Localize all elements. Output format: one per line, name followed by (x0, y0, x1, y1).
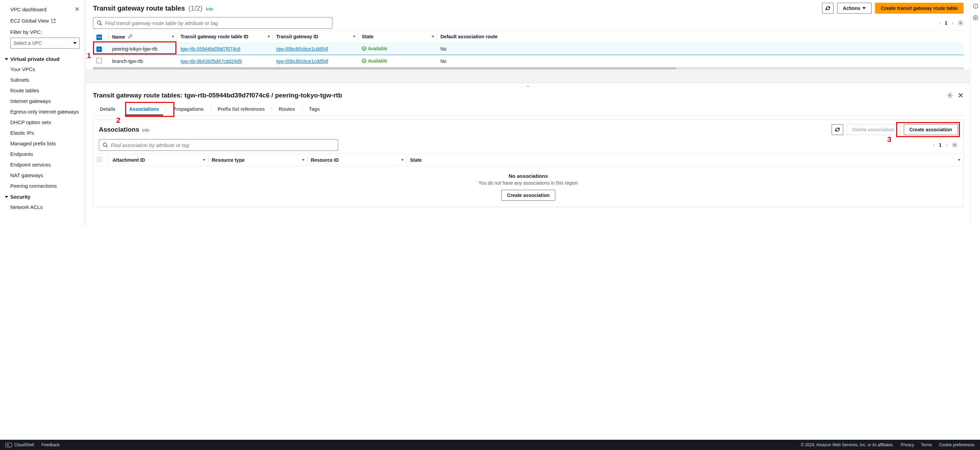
check-circle-icon (362, 59, 367, 63)
assoc-select-all-checkbox (97, 157, 102, 162)
col-rtb-id[interactable]: Transit gateway route table ID (181, 34, 248, 39)
sidebar-dashboard-link[interactable]: VPC dashboard (10, 6, 46, 12)
sort-icon[interactable] (401, 159, 404, 161)
sidebar-group-security[interactable]: Security (0, 191, 86, 202)
tgw-id-link[interactable]: tgw-00bc80cbce1cdd54f (276, 59, 328, 64)
sidebar-item-your-vpcs[interactable]: Your VPCs (0, 64, 86, 75)
search-icon (97, 20, 102, 25)
status-badge: Available (362, 46, 387, 51)
resize-handle[interactable]: ═ (86, 83, 970, 89)
sort-icon[interactable] (958, 159, 961, 161)
external-link-icon (51, 19, 56, 23)
empty-create-association-button[interactable]: Create association (501, 190, 556, 201)
sidebar-item-route-tables[interactable]: Route tables (0, 85, 86, 96)
assoc-search-input[interactable] (111, 142, 334, 148)
svg-point-5 (103, 143, 107, 146)
search-icon (103, 142, 108, 148)
sort-icon[interactable] (431, 36, 434, 38)
svg-point-9 (973, 16, 978, 20)
sidebar-group-security-label: Security (10, 194, 30, 200)
table-row[interactable]: branch-tgw-rtb tgw-rtb-0b41b05d47cdd24d9… (93, 55, 964, 67)
col-attachment-id[interactable]: Attachment ID (113, 157, 145, 163)
refresh-button[interactable] (822, 3, 834, 14)
info-link[interactable]: Info (206, 6, 213, 12)
sort-icon[interactable] (353, 36, 356, 38)
refresh-assoc-button[interactable] (832, 124, 843, 135)
row-name: branch-tgw-rtb (112, 59, 143, 64)
status-text: Available (368, 46, 387, 51)
col-state[interactable]: State (362, 34, 374, 39)
sidebar-group-vpc[interactable]: Virtual private cloud (0, 53, 86, 64)
col-default-assoc[interactable]: Default association route (441, 34, 498, 39)
row-checkbox[interactable]: ✓ (96, 46, 102, 52)
info-icon[interactable] (973, 3, 978, 9)
filter-by-vpc-label: Filter by VPC: (0, 25, 86, 36)
page-number: 1 (945, 20, 948, 25)
assoc-page-prev[interactable]: ‹ (933, 142, 935, 148)
sort-icon[interactable] (172, 36, 174, 38)
sidebar-item-subnets[interactable]: Subnets (0, 75, 86, 85)
gear-icon[interactable] (951, 142, 958, 148)
sort-icon[interactable] (203, 159, 205, 161)
sidebar-item-internet-gateways[interactable]: Internet gateways (0, 96, 86, 107)
sidebar-item-endpoint-services[interactable]: Endpoint services (0, 159, 86, 170)
vpc-filter-select[interactable]: Select a VPC (10, 38, 80, 49)
sidebar-item-nat-gateways[interactable]: NAT gateways (0, 170, 86, 181)
table-row[interactable]: ✓ peering-tokyo-tgw-rtb tgw-rtb-05944bd3… (93, 43, 964, 55)
default-assoc-value: No (441, 46, 447, 52)
page-prev[interactable]: ‹ (939, 20, 941, 26)
tab-propagations[interactable]: Propagations (166, 103, 210, 115)
sidebar-close-icon[interactable]: ✕ (75, 5, 80, 13)
search-box[interactable] (93, 17, 332, 29)
tab-tags[interactable]: Tags (302, 103, 327, 115)
sort-icon[interactable] (302, 159, 305, 161)
gear-icon[interactable] (947, 92, 953, 99)
settings-rail-icon[interactable] (973, 15, 978, 21)
col-resource-type[interactable]: Resource type (212, 157, 245, 163)
tab-prefix-list-references[interactable]: Prefix list references (211, 103, 272, 115)
search-input[interactable] (105, 20, 329, 26)
status-text: Available (368, 58, 387, 64)
rtb-id-link[interactable]: tgw-rtb-05944bd39d7f074c6 (181, 46, 240, 52)
create-route-table-button[interactable]: Create transit gateway route table (875, 3, 964, 14)
assoc-page-next[interactable]: › (946, 142, 948, 148)
row-checkbox[interactable] (96, 58, 102, 63)
info-link[interactable]: Info (142, 127, 150, 133)
sidebar-item-endpoints[interactable]: Endpoints (0, 149, 86, 159)
main-content: Transit gateway route tables (1/2) Info … (86, 0, 970, 226)
rtb-id-link[interactable]: tgw-rtb-0b41b05d47cdd24d9 (181, 59, 242, 64)
caret-down-icon (5, 196, 8, 198)
ec2-global-label: EC2 Global View (10, 18, 49, 24)
create-association-button[interactable]: Create association (904, 124, 958, 135)
sidebar-item-egress-gateways[interactable]: Egress-only internet gateways (0, 107, 86, 117)
col-name[interactable]: Name (112, 34, 125, 40)
sidebar-item-elastic-ips[interactable]: Elastic IPs (0, 127, 86, 138)
close-detail-button[interactable]: ✕ (958, 91, 964, 100)
tgw-id-link[interactable]: tgw-00bc80cbce1cdd54f (276, 46, 328, 52)
col-tgw-id[interactable]: Transit gateway ID (276, 34, 318, 39)
sidebar-item-managed-prefix-lists[interactable]: Managed prefix lists (0, 138, 86, 149)
sidebar-scrollbar[interactable] (84, 0, 86, 226)
svg-point-8 (975, 17, 976, 19)
tab-details[interactable]: Details (93, 103, 123, 115)
default-assoc-value: No (441, 59, 447, 64)
empty-state-title: No associations (93, 173, 963, 179)
col-assoc-state[interactable]: State (410, 157, 422, 163)
sidebar-item-peering-connections[interactable]: Peering connections (0, 181, 86, 191)
sort-icon[interactable] (267, 36, 270, 38)
tab-routes[interactable]: Routes (272, 103, 302, 115)
actions-button[interactable]: Actions (837, 3, 872, 14)
gear-icon[interactable] (958, 20, 964, 26)
route-tables-table: Name Transit gateway route table ID Tran… (93, 30, 964, 67)
select-all-checkbox[interactable] (96, 35, 102, 40)
page-next[interactable]: › (951, 20, 953, 26)
assoc-page-number: 1 (939, 142, 942, 148)
col-resource-id[interactable]: Resource ID (311, 157, 339, 163)
sidebar-item-dhcp-option-sets[interactable]: DHCP option sets (0, 117, 86, 127)
row-name: peering-tokyo-tgw-rtb (112, 46, 157, 52)
check-circle-icon (362, 46, 367, 51)
assoc-search-box[interactable] (99, 139, 338, 151)
tab-associations[interactable]: Associations (123, 103, 166, 115)
sidebar-ec2-global-link[interactable]: EC2 Global View (0, 16, 86, 25)
sidebar-item-network-acls[interactable]: Network ACLs (0, 202, 86, 212)
